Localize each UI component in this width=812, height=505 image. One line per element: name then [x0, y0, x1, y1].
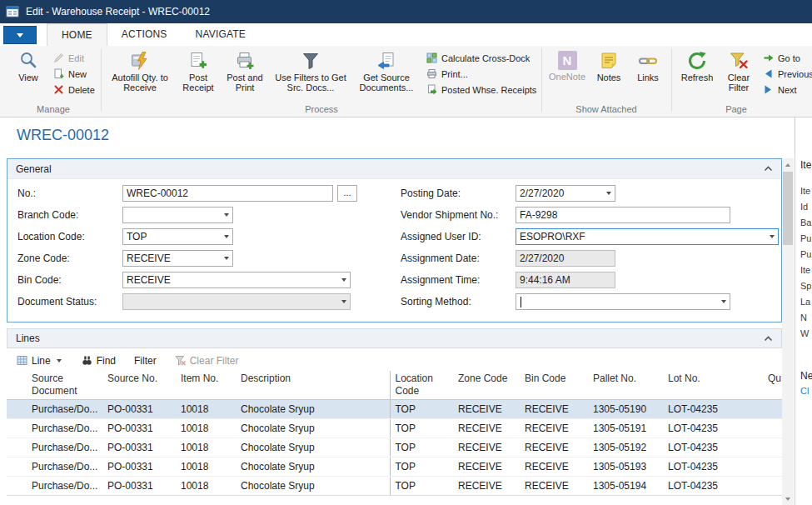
cell[interactable]: 1305-05191: [588, 419, 663, 438]
cell[interactable]: RECEIVE: [520, 419, 588, 438]
zone-code-field[interactable]: [122, 250, 233, 267]
table-row[interactable]: Purchase/Do... PO-00331 10018 Chocolate …: [7, 477, 782, 496]
use-filters-button[interactable]: Use Filters to Get Src. Docs...: [270, 48, 351, 92]
vertical-scrollbar[interactable]: [782, 158, 794, 505]
cell[interactable]: 10018: [176, 419, 236, 438]
links-button[interactable]: Links: [630, 48, 666, 82]
delete-button[interactable]: Delete: [50, 82, 98, 98]
cell[interactable]: [763, 477, 782, 496]
cell[interactable]: Chocolate Sryup: [236, 477, 390, 496]
dropdown-arrow-icon[interactable]: [220, 208, 232, 222]
cell[interactable]: PO-00331: [102, 419, 176, 438]
vendor-shipment-input[interactable]: [516, 207, 730, 223]
bin-code-field[interactable]: [122, 272, 351, 288]
cell[interactable]: RECEIVE: [453, 419, 520, 438]
no-assist-button[interactable]: ...: [337, 185, 357, 202]
cell[interactable]: LOT-04235: [663, 477, 763, 496]
chevron-up-icon[interactable]: [764, 336, 773, 342]
post-receipt-button[interactable]: Post Receipt: [177, 48, 220, 92]
cell[interactable]: 10018: [176, 458, 236, 477]
cell[interactable]: Chocolate Sryup: [236, 400, 390, 419]
branch-code-input[interactable]: [123, 208, 220, 222]
filter-button[interactable]: Filter: [134, 355, 157, 367]
table-row[interactable]: Purchase/Do... PO-00331 10018 Chocolate …: [7, 419, 782, 438]
column-header-quantity[interactable]: Qu: [763, 371, 782, 400]
zone-code-input[interactable]: [123, 251, 220, 266]
tab-actions[interactable]: ACTIONS: [107, 23, 182, 46]
cell[interactable]: Chocolate Sryup: [236, 438, 390, 458]
go-to-button[interactable]: Go to: [760, 50, 812, 66]
lines-section-header[interactable]: Lines: [7, 328, 782, 348]
post-and-print-button[interactable]: Post and Print: [222, 48, 268, 92]
cell[interactable]: [763, 458, 782, 477]
cell[interactable]: RECEIVE: [520, 400, 588, 419]
cell[interactable]: Chocolate Sryup: [236, 419, 390, 438]
cell[interactable]: [763, 419, 782, 438]
cell[interactable]: TOP: [390, 477, 453, 496]
tab-navigate[interactable]: NAVIGATE: [182, 23, 261, 46]
cell[interactable]: RECEIVE: [453, 438, 520, 458]
cell[interactable]: LOT-04235: [663, 438, 763, 458]
cell[interactable]: RECEIVE: [453, 400, 520, 419]
cell[interactable]: PO-00331: [102, 400, 176, 419]
cell[interactable]: LOT-04235: [663, 419, 763, 438]
clear-filter-button[interactable]: Clear Filter: [720, 48, 758, 92]
previous-button[interactable]: Previous: [760, 66, 812, 82]
calculate-cross-dock-button[interactable]: Calculate Cross-Dock: [423, 50, 540, 66]
dropdown-arrow-icon[interactable]: [602, 186, 615, 201]
scrollbar-thumb[interactable]: [783, 172, 793, 245]
column-header-lot-no[interactable]: Lot No.: [663, 371, 763, 400]
new-button[interactable]: New: [50, 66, 98, 82]
line-menu-button[interactable]: Line: [17, 355, 63, 367]
cell[interactable]: [763, 400, 782, 419]
cell[interactable]: TOP: [390, 458, 453, 477]
cell[interactable]: TOP: [390, 438, 453, 458]
location-code-input[interactable]: [123, 229, 220, 244]
location-code-field[interactable]: [122, 228, 233, 245]
column-header-zone-code[interactable]: Zone Code: [453, 371, 520, 400]
cell[interactable]: TOP: [390, 419, 453, 438]
dropdown-arrow-icon[interactable]: [717, 294, 730, 309]
cell[interactable]: 1305-05190: [588, 400, 663, 419]
posted-whse-receipts-button[interactable]: Posted Whse. Receipts: [423, 82, 540, 98]
assigned-user-field[interactable]: [516, 228, 779, 245]
bin-code-input[interactable]: [123, 272, 337, 288]
column-header-item-no[interactable]: Item No.: [176, 371, 236, 400]
scroll-up-button[interactable]: [782, 158, 794, 171]
cell[interactable]: LOT-04235: [663, 458, 763, 477]
sorting-method-field[interactable]: [516, 293, 730, 310]
dropdown-arrow-icon[interactable]: [337, 272, 350, 288]
cell[interactable]: LOT-04235: [663, 400, 763, 419]
find-button[interactable]: Find: [82, 355, 116, 367]
autofill-qty-button[interactable]: Autofill Qty. to Receive: [105, 48, 175, 92]
cell[interactable]: Purchase/Do...: [7, 400, 102, 419]
view-button[interactable]: View: [8, 48, 48, 82]
cell[interactable]: 1305-05192: [588, 438, 663, 458]
cell[interactable]: Chocolate Sryup: [236, 458, 390, 477]
cell[interactable]: RECEIVE: [453, 458, 520, 477]
factbox-notes-link[interactable]: Cl: [800, 386, 809, 396]
posting-date-input[interactable]: [516, 186, 602, 201]
application-menu-button[interactable]: [3, 26, 37, 44]
cell[interactable]: 1305-05193: [588, 458, 663, 477]
get-source-documents-button[interactable]: Get Source Documents...: [353, 48, 420, 92]
cell[interactable]: RECEIVE: [453, 477, 520, 496]
column-header-source-document[interactable]: Source Document: [7, 371, 102, 400]
print-button[interactable]: Print...: [423, 66, 540, 82]
cell[interactable]: TOP: [390, 400, 453, 419]
scroll-down-button[interactable]: [782, 492, 794, 505]
general-section-header[interactable]: General: [7, 159, 781, 179]
tab-home[interactable]: HOME: [47, 23, 107, 46]
table-row[interactable]: Purchase/Do... PO-00331 10018 Chocolate …: [7, 458, 782, 477]
cell[interactable]: RECEIVE: [520, 477, 588, 496]
column-header-source-no[interactable]: Source No.: [102, 371, 176, 400]
cell[interactable]: [763, 438, 782, 458]
column-header-description[interactable]: Description: [236, 371, 390, 400]
branch-code-field[interactable]: [122, 207, 233, 223]
cell[interactable]: PO-00331: [102, 477, 176, 496]
table-row[interactable]: Purchase/Do... PO-00331 10018 Chocolate …: [7, 400, 782, 419]
cell[interactable]: 10018: [176, 438, 236, 458]
posting-date-field[interactable]: [516, 185, 615, 202]
column-header-location-code[interactable]: Location Code: [390, 371, 453, 400]
dropdown-arrow-icon[interactable]: [765, 229, 778, 244]
